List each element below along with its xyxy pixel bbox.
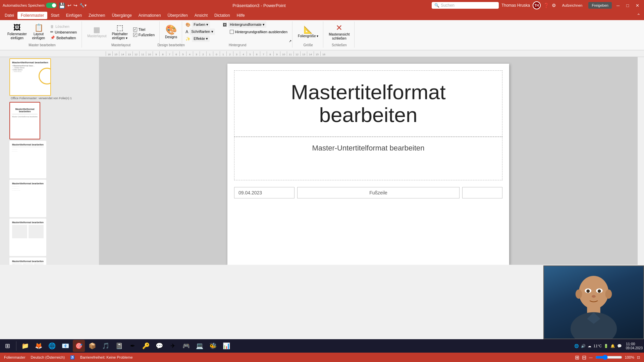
notification-icon[interactable]: 🔔	[610, 344, 615, 348]
titel-checkbox[interactable]: ✓	[133, 27, 137, 32]
slide-5-thumb[interactable]: Mastertitelformat bearbeiten	[9, 219, 46, 256]
zoom-value: 100%	[625, 355, 634, 359]
speaker-icon[interactable]: 🔊	[581, 344, 586, 348]
taskbar-app1[interactable]: 📦	[86, 340, 98, 352]
schriftarten-dropdown[interactable]: Schriftarten ▾	[190, 28, 215, 35]
slide-2-thumb[interactable]: Mastertitelformatbearbeiten Master-Unter…	[9, 102, 40, 139]
taskbar-key[interactable]: 🔑	[140, 340, 152, 352]
quick-access-icon[interactable]: 🔧▾	[79, 3, 87, 8]
slide-1-title-preview: Mastertitelformat bearbeiten	[12, 61, 48, 64]
taskbar-powerpoint[interactable]: 🎯	[73, 340, 85, 352]
menu-zeichnen[interactable]: Zeichnen	[85, 12, 108, 19]
slide-4-row: Mastertitelformat bearbeiten · · · · · ·…	[1, 180, 98, 217]
designs-button[interactable]: 🎨 Designs	[163, 24, 179, 41]
effekte-dropdown[interactable]: Effekte ▾	[192, 36, 210, 42]
menu-ueberpruefen[interactable]: Überprüfen	[164, 12, 191, 19]
footer-center-box[interactable]: Fußzeile	[297, 187, 460, 198]
slide-2-row: Mastertitelformatbearbeiten Master-Unter…	[1, 102, 98, 139]
loeschen-button[interactable]: 🗑 Löschen	[48, 24, 79, 29]
umbenennen-button[interactable]: ✏ Umbenennen	[48, 29, 79, 35]
menu-start[interactable]: Start	[47, 12, 62, 19]
maximize-button[interactable]: □	[624, 2, 631, 9]
taskbar-telegram[interactable]: ✈	[167, 340, 179, 352]
fusszeilen-checkbox[interactable]: ✓	[133, 33, 137, 37]
settings-icon[interactable]: ⚙	[552, 3, 556, 8]
menu-uebergaenge[interactable]: Übergänge	[108, 12, 135, 19]
taskbar-separator-1	[16, 341, 16, 351]
taskbar-firefox[interactable]: 🦊	[33, 340, 45, 352]
footer-right-box[interactable]	[462, 187, 502, 198]
hintergrund-expand-icon[interactable]: ↗	[289, 39, 291, 43]
close-button[interactable]: ✕	[634, 2, 641, 9]
folienmaster-einfuegen-button[interactable]: 🖼 Folienmastereinfügen	[5, 23, 29, 42]
help-icon[interactable]: ❓	[543, 3, 549, 8]
titel-checkbox-label[interactable]: ✓ Titel	[131, 27, 157, 32]
beibehalten-button[interactable]: 📌 Beibehalten	[48, 35, 79, 40]
taskbar-app5[interactable]: 🐝	[207, 340, 219, 352]
layout-einfuegen-button[interactable]: 📋 Layouteinfügen	[30, 23, 47, 42]
slide-6-thumb[interactable]: Mastertitelformat bearbeiten · · ·· · · …	[9, 257, 46, 265]
taskbar-pen[interactable]: ✒	[126, 340, 139, 352]
taskbar-app2[interactable]: 🎵	[100, 340, 112, 352]
save-icon[interactable]: 💾	[59, 2, 65, 9]
foliengroesse-icon: 📐	[304, 26, 313, 34]
taskbar-excel[interactable]: 📊	[220, 340, 232, 352]
toggle-knob	[52, 3, 56, 7]
slide-title-box[interactable]: Mastertitelformat bearbeiten	[234, 70, 502, 137]
farben-dropdown[interactable]: Farben ▾	[192, 21, 210, 28]
view-normal-icon[interactable]: ⊞	[575, 354, 579, 361]
menu-ansicht[interactable]: Ansicht	[191, 12, 211, 19]
menu-hilfe[interactable]: Hilfe	[233, 12, 248, 19]
taskbar-app4[interactable]: 💻	[194, 340, 206, 352]
menu-folienmaster[interactable]: Folienmaster	[17, 12, 47, 19]
right-scroll-panel[interactable]	[637, 57, 644, 265]
weather-icon: ☁	[588, 344, 591, 348]
view-grid-icon[interactable]: ⊟	[582, 354, 586, 361]
menu-einfuegen[interactable]: Einfügen	[63, 12, 85, 19]
search-box[interactable]: 🔍 Suchen	[432, 2, 499, 9]
menu-dictation[interactable]: Dictation	[211, 12, 233, 19]
slide-4-thumb[interactable]: Mastertitelformat bearbeiten · · · · · ·…	[9, 180, 46, 217]
ribbon-group-master-bearbeiten: 🖼 Folienmastereinfügen 📋 Layouteinfügen …	[3, 21, 82, 48]
hintergrundgrafiken-checkbox[interactable]	[230, 30, 234, 34]
masterlayout-button[interactable]: ▦ Masterlayout	[85, 25, 108, 40]
redo-icon[interactable]: ↪	[73, 3, 77, 8]
menu-datei[interactable]: Datei	[1, 12, 17, 19]
taskbar-onenote[interactable]: 📓	[113, 340, 125, 352]
autosave-toggle[interactable]	[46, 3, 57, 8]
undo-icon[interactable]: ↩	[67, 3, 71, 8]
taskbar-email[interactable]: 📧	[59, 340, 71, 352]
designs-icon: 🎨	[165, 25, 177, 35]
record-button[interactable]: Aufzeichnen	[559, 2, 586, 9]
fit-page-icon[interactable]: ⊡	[637, 355, 640, 360]
fusszeilen-checkbox-label[interactable]: ✓ Fußzeilen	[131, 33, 157, 37]
slide-6-content: Mastertitelformat bearbeiten · · ·· · · …	[10, 258, 46, 265]
action-center-icon[interactable]: 💬	[617, 344, 622, 348]
slide-3-thumb[interactable]: Mastertitelformat bearbeiten · · · · · ·…	[9, 141, 46, 178]
umbenennen-icon: ✏	[50, 30, 53, 34]
taskbar-chrome[interactable]: 🌐	[46, 340, 58, 352]
footer-date-box[interactable]: 09.04.2023	[234, 187, 294, 198]
slide-1-thumb[interactable]: Mastertitelformat bearbeiten • Mastertex…	[9, 58, 51, 96]
hintergrundgrafiken-label[interactable]: Hintergrundgrafiken ausblenden	[228, 29, 290, 34]
minimize-button[interactable]: ─	[614, 2, 622, 9]
status-right: ⊞ ⊟ — 100% ⊡	[575, 354, 640, 361]
masteransicht-schliessen-button[interactable]: ✕ Masteransichtschließen	[327, 22, 352, 42]
collapse-ribbon-icon[interactable]: ⌃	[635, 13, 643, 18]
start-button[interactable]: ⊞	[1, 340, 13, 352]
taskbar-app3[interactable]: 🎮	[180, 340, 192, 352]
taskbar-chat[interactable]: 💬	[153, 340, 165, 352]
taskbar-explorer[interactable]: 📁	[19, 340, 31, 352]
share-button[interactable]: Freigeben	[588, 2, 612, 9]
slide-subtitle-box[interactable]: Master-Untertitelformat bearbeiten	[234, 137, 502, 180]
platzhalter-einfuegen-button[interactable]: ⬚ Platzhaltereinfügen ▾	[110, 23, 130, 42]
network-icon[interactable]: 🌐	[574, 344, 579, 348]
foliengroesse-button[interactable]: 📐 Foliengröße ▾	[296, 25, 320, 40]
menu-animationen[interactable]: Animationen	[135, 12, 164, 19]
slide-canvas: Mastertitelformat bearbeiten Master-Unte…	[227, 64, 509, 265]
autosave-label: Automatisches Speichern	[3, 3, 45, 7]
zoom-slider[interactable]	[595, 355, 622, 360]
sys-tray: 🌐 🔊 ☁ 11°C 🔋 🔔 💬	[572, 344, 625, 348]
search-icon: 🔍	[434, 3, 439, 8]
hintergrundformate-dropdown[interactable]: Hintergrundformate ▾	[228, 21, 266, 28]
